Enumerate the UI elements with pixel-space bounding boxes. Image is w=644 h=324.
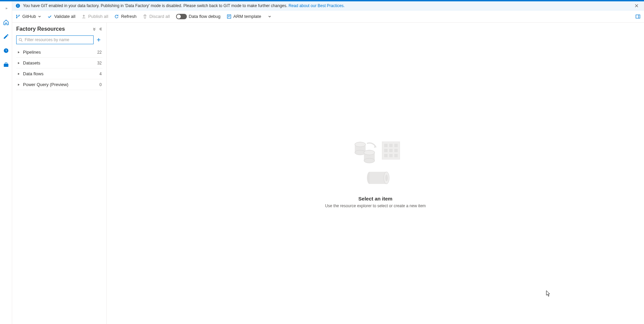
refresh-icon (114, 14, 119, 19)
tree-label: Power Query (Preview) (23, 82, 99, 87)
tree-dataflows[interactable]: Data flows 4 (16, 69, 102, 79)
git-info-banner: You have GIT enabled in your data factor… (12, 1, 644, 10)
empty-canvas: Select an item Use the resource explorer… (107, 23, 644, 324)
refresh-button[interactable]: Refresh (114, 14, 137, 19)
tree-label: Datasets (23, 60, 97, 65)
svg-point-5 (16, 15, 17, 16)
svg-point-14 (355, 142, 366, 147)
plus-icon (96, 37, 101, 42)
dataflow-debug-toggle[interactable]: Data flow debug (176, 14, 221, 19)
dataflow-label: Data flow debug (189, 14, 221, 19)
triangle-right-icon (17, 51, 20, 54)
git-branch-icon (16, 14, 20, 19)
svg-rect-20 (384, 144, 388, 147)
empty-state-illustration (348, 138, 402, 189)
validate-all-button[interactable]: Validate all (47, 14, 75, 19)
nav-home[interactable] (1, 18, 11, 27)
svg-rect-1 (4, 64, 8, 67)
arm-label: ARM template (233, 14, 261, 19)
svg-point-18 (364, 150, 375, 155)
nav-monitor[interactable] (1, 46, 11, 55)
svg-rect-3 (18, 5, 18, 7)
filter-resources-input[interactable] (25, 37, 91, 42)
add-resource-button[interactable] (96, 37, 102, 42)
trash-icon (143, 14, 147, 19)
banner-close[interactable] (633, 4, 641, 8)
triangle-right-icon (17, 72, 20, 76)
search-icon (19, 38, 23, 42)
tree-datasets[interactable]: Datasets 32 (16, 58, 102, 69)
github-label: GitHub (22, 14, 36, 19)
resource-tree: Pipelines 22 Datasets 32 Data flows 4 (16, 47, 102, 90)
tree-powerquery[interactable]: Power Query (Preview) 0 (16, 79, 102, 90)
svg-rect-26 (384, 154, 388, 157)
empty-subtitle: Use the resource explorer to select or c… (325, 204, 426, 208)
chevrons-right-icon: » (5, 6, 6, 10)
info-icon (16, 3, 20, 8)
filter-resources-input-wrap[interactable] (16, 35, 94, 44)
expand-all-button[interactable] (92, 27, 96, 31)
double-chevron-down-icon (92, 27, 96, 31)
toggle-off-icon (176, 14, 187, 19)
collapse-panel-button[interactable] (98, 27, 102, 31)
properties-pane-toggle[interactable] (635, 14, 641, 19)
chevrons-left-icon (98, 27, 102, 31)
arm-template-dropdown[interactable]: ARM template (227, 14, 271, 19)
nav-manage[interactable] (1, 60, 11, 70)
tree-count: 32 (97, 61, 102, 65)
svg-rect-9 (636, 15, 640, 18)
svg-rect-28 (394, 154, 398, 157)
sidebar-title: Factory Resources (16, 26, 65, 32)
close-icon (635, 4, 639, 8)
check-icon (47, 14, 52, 19)
svg-point-6 (19, 15, 19, 16)
svg-rect-27 (389, 154, 393, 157)
svg-rect-22 (394, 144, 398, 147)
refresh-label: Refresh (121, 14, 137, 19)
tree-label: Pipelines (23, 50, 97, 55)
chevron-down-icon (38, 15, 41, 18)
template-icon (227, 14, 231, 19)
nav-rail: » (0, 1, 12, 324)
svg-rect-8 (227, 15, 231, 18)
chevron-down-icon (268, 15, 271, 18)
svg-rect-24 (389, 149, 393, 152)
tree-count: 0 (99, 82, 102, 87)
discard-all-button: Discard all (143, 14, 170, 19)
gauge-icon (3, 48, 9, 54)
triangle-right-icon (17, 61, 20, 65)
panel-icon (635, 14, 641, 19)
tree-count: 22 (97, 50, 102, 55)
validate-label: Validate all (54, 14, 75, 19)
publish-all-button: Publish all (81, 14, 108, 19)
svg-point-17 (364, 158, 375, 163)
banner-link[interactable]: Read about our Best Practices. (289, 3, 345, 8)
publish-label: Publish all (88, 14, 108, 19)
factory-resources-sidebar: Factory Resources (12, 23, 107, 324)
toolbox-icon (3, 62, 9, 68)
home-icon (3, 19, 9, 25)
pencil-icon (3, 33, 9, 39)
triangle-right-icon (17, 83, 20, 86)
svg-point-4 (18, 4, 18, 5)
expand-rail-button[interactable]: » (1, 3, 11, 13)
nav-author[interactable] (1, 32, 11, 41)
tree-label: Data flows (23, 71, 99, 76)
banner-text: You have GIT enabled in your data factor… (23, 3, 345, 8)
svg-rect-23 (384, 149, 388, 152)
svg-point-10 (19, 38, 22, 41)
upload-icon (81, 14, 86, 19)
tree-count: 4 (99, 72, 102, 76)
author-toolbar: GitHub Validate all Publish all Ref (12, 10, 644, 23)
svg-rect-21 (389, 144, 393, 147)
discard-label: Discard all (149, 14, 170, 19)
svg-point-32 (385, 174, 388, 181)
empty-title: Select an item (358, 196, 393, 201)
svg-rect-25 (394, 149, 398, 152)
github-dropdown[interactable]: GitHub (16, 14, 41, 19)
tree-pipelines[interactable]: Pipelines 22 (16, 47, 102, 58)
